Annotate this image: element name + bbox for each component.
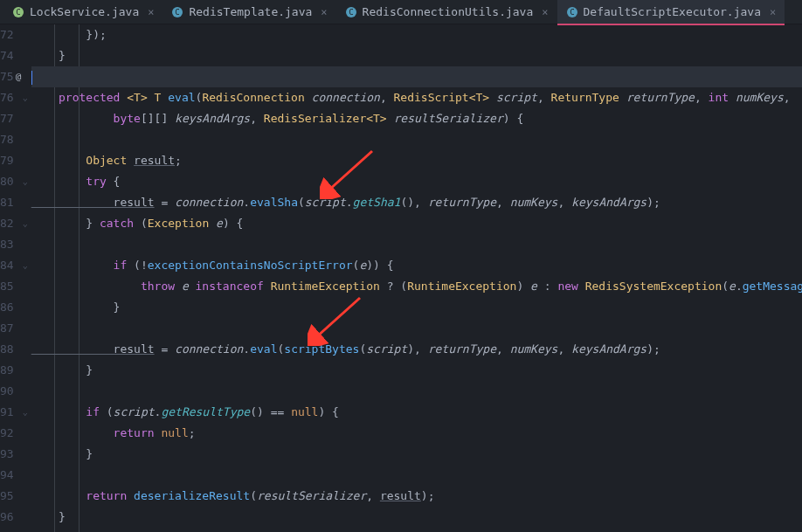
code-line[interactable]: protected <T> T eval(RedisConnection con…: [31, 87, 802, 108]
tab-label: DefaultScriptExecutor.java: [584, 5, 762, 18]
close-icon[interactable]: ×: [148, 6, 154, 18]
line-number: 78: [0, 129, 14, 150]
line-number: 92: [0, 423, 14, 444]
line-number: 84: [0, 255, 14, 276]
code-line[interactable]: [31, 465, 802, 486]
tab-redistemplate[interactable]: C RedisTemplate.java ×: [162, 0, 335, 24]
java-class-icon: C: [566, 6, 578, 18]
line-number: 77: [0, 108, 14, 129]
code-line[interactable]: }: [31, 297, 802, 318]
line-number: 72: [0, 24, 14, 45]
code-line[interactable]: result = connection.eval(scriptBytes(scr…: [31, 339, 802, 360]
code-line[interactable]: if (script.getResultType() == null) {: [31, 402, 802, 423]
tab-bar: C LockService.java × C RedisTemplate.jav…: [0, 0, 802, 24]
code-line[interactable]: try {: [31, 171, 802, 192]
svg-text:C: C: [16, 8, 20, 17]
code-line-current[interactable]: @: [31, 66, 802, 87]
java-class-icon: C: [345, 6, 357, 18]
line-number: 76: [0, 87, 14, 108]
tab-lockservice[interactable]: C LockService.java ×: [3, 0, 162, 24]
line-number: 96: [0, 507, 14, 528]
code-line[interactable]: }: [31, 360, 802, 381]
line-number: 89: [0, 360, 14, 381]
line-number: 80: [0, 171, 14, 192]
code-line[interactable]: } catch (Exception e) {: [31, 213, 802, 234]
close-icon[interactable]: ×: [770, 6, 776, 18]
code-area[interactable]: }); } @ protected <T> T eval(RedisConnec…: [28, 24, 802, 532]
line-number: 94: [0, 465, 14, 486]
line-number: 79: [0, 150, 14, 171]
line-number: 91: [0, 402, 14, 423]
code-line[interactable]: [31, 129, 802, 150]
tab-label: LockService.java: [30, 5, 139, 18]
tab-redisconnectionutils[interactable]: C RedisConnectionUtils.java ×: [336, 0, 557, 24]
code-line[interactable]: [31, 381, 802, 402]
close-icon[interactable]: ×: [321, 6, 327, 18]
line-number: 86: [0, 297, 14, 318]
code-line[interactable]: if (!exceptionContainsNoScriptError(e)) …: [31, 255, 802, 276]
code-line[interactable]: byte[][] keysAndArgs, RedisSerializer<T>…: [31, 108, 802, 129]
code-line[interactable]: }: [31, 444, 802, 465]
line-number: 93: [0, 444, 14, 465]
cursor: [31, 71, 32, 85]
line-number: 85: [0, 276, 14, 297]
svg-text:C: C: [349, 8, 353, 17]
line-number: 97: [0, 528, 14, 532]
editor-area: 72 74 75 76 77 78 79 80 81 82 83 84 85 8…: [0, 24, 802, 532]
line-number: 83: [0, 234, 14, 255]
tab-defaultscriptexecutor[interactable]: C DefaultScriptExecutor.java ×: [557, 0, 785, 24]
line-number: 74: [0, 45, 14, 66]
tab-label: RedisTemplate.java: [189, 5, 312, 18]
code-line[interactable]: [31, 234, 802, 255]
code-line[interactable]: throw e instanceof RuntimeException ? (R…: [31, 276, 802, 297]
svg-text:C: C: [570, 8, 574, 17]
svg-text:C: C: [176, 8, 180, 17]
line-number: 81: [0, 192, 14, 213]
code-line[interactable]: }: [31, 507, 802, 528]
code-line[interactable]: return deserializeResult(resultSerialize…: [31, 486, 802, 507]
code-line[interactable]: return null;: [31, 423, 802, 444]
code-line[interactable]: [31, 318, 802, 339]
tab-label: RedisConnectionUtils.java: [363, 5, 534, 18]
line-number-gutter: 72 74 75 76 77 78 79 80 81 82 83 84 85 8…: [0, 24, 23, 532]
line-number: 90: [0, 381, 14, 402]
line-number: 87: [0, 318, 14, 339]
annotation-icon: @: [16, 66, 22, 87]
line-number: 95: [0, 486, 14, 507]
code-line[interactable]: result = connection.evalSha(script.getSh…: [31, 192, 802, 213]
line-number: 88: [0, 339, 14, 360]
code-line[interactable]: Object result;: [31, 150, 802, 171]
java-class-icon: C: [12, 6, 24, 18]
line-number: 75: [0, 66, 14, 87]
line-number: 82: [0, 213, 14, 234]
code-line[interactable]: });: [31, 24, 802, 45]
close-icon[interactable]: ×: [542, 6, 548, 18]
java-class-icon: C: [171, 6, 183, 18]
code-line[interactable]: }: [31, 45, 802, 66]
